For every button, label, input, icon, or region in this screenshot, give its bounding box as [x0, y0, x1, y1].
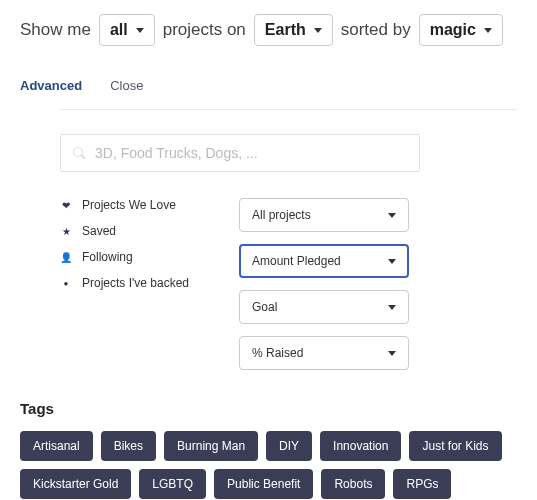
tag-diy[interactable]: DIY — [266, 431, 312, 461]
chevron-down-icon — [388, 259, 396, 264]
filter-text-showme: Show me — [20, 20, 91, 40]
love-item-label: Projects We Love — [82, 198, 176, 212]
search-input[interactable] — [95, 145, 407, 161]
love-item-label: Following — [82, 250, 133, 264]
tag-just-for-kids[interactable]: Just for Kids — [409, 431, 501, 461]
tag-robots[interactable]: Robots — [321, 469, 385, 499]
select-label: % Raised — [252, 346, 303, 360]
search-icon — [73, 147, 85, 159]
star-icon — [60, 226, 72, 237]
select-label: Goal — [252, 300, 277, 314]
chevron-down-icon — [388, 213, 396, 218]
select-all-projects[interactable]: All projects — [239, 198, 409, 232]
love-item-label: Saved — [82, 224, 116, 238]
tag-innovation[interactable]: Innovation — [320, 431, 401, 461]
advanced-link[interactable]: Advanced — [20, 78, 82, 93]
select-list: All projects Amount Pledged Goal % Raise… — [239, 198, 409, 370]
filter-sentence: Show me all projects on Earth sorted by … — [20, 14, 517, 46]
tag-public-benefit[interactable]: Public Benefit — [214, 469, 313, 499]
tags-container: ArtisanalBikesBurning ManDIYInnovationJu… — [20, 431, 517, 500]
love-list: Projects We Love Saved Following Project… — [60, 198, 189, 370]
love-item-backed[interactable]: Projects I've backed — [60, 276, 189, 290]
select-goal[interactable]: Goal — [239, 290, 409, 324]
select-label: All projects — [252, 208, 311, 222]
category-dropdown-value: all — [110, 21, 128, 39]
love-item-following[interactable]: Following — [60, 250, 189, 264]
love-item-projects-we-love[interactable]: Projects We Love — [60, 198, 189, 212]
chevron-down-icon — [314, 28, 322, 33]
select-percent-raised[interactable]: % Raised — [239, 336, 409, 370]
circle-icon — [60, 279, 72, 288]
tag-kickstarter-gold[interactable]: Kickstarter Gold — [20, 469, 131, 499]
location-dropdown[interactable]: Earth — [254, 14, 333, 46]
tag-burning-man[interactable]: Burning Man — [164, 431, 258, 461]
tags-section: Tags ArtisanalBikesBurning ManDIYInnovat… — [20, 400, 517, 500]
category-dropdown[interactable]: all — [99, 14, 155, 46]
tags-title: Tags — [20, 400, 517, 417]
filter-text-projectson: projects on — [163, 20, 246, 40]
select-label: Amount Pledged — [252, 254, 341, 268]
chevron-down-icon — [388, 351, 396, 356]
filter-text-sortedby: sorted by — [341, 20, 411, 40]
person-icon — [60, 252, 72, 263]
tag-bikes[interactable]: Bikes — [101, 431, 156, 461]
close-link[interactable]: Close — [110, 78, 143, 93]
heart-icon — [60, 200, 72, 211]
tag-lgbtq[interactable]: LGBTQ — [139, 469, 206, 499]
love-item-saved[interactable]: Saved — [60, 224, 189, 238]
tag-rpgs[interactable]: RPGs — [393, 469, 451, 499]
location-dropdown-value: Earth — [265, 21, 306, 39]
chevron-down-icon — [388, 305, 396, 310]
sort-dropdown-value: magic — [430, 21, 476, 39]
select-amount-pledged[interactable]: Amount Pledged — [239, 244, 409, 278]
mid-row: Projects We Love Saved Following Project… — [60, 198, 517, 370]
love-item-label: Projects I've backed — [82, 276, 189, 290]
chevron-down-icon — [136, 28, 144, 33]
tag-artisanal[interactable]: Artisanal — [20, 431, 93, 461]
sort-dropdown[interactable]: magic — [419, 14, 503, 46]
chevron-down-icon — [484, 28, 492, 33]
advanced-panel: Projects We Love Saved Following Project… — [60, 109, 517, 500]
search-field-wrap[interactable] — [60, 134, 420, 172]
advanced-row: Advanced Close — [20, 78, 517, 93]
